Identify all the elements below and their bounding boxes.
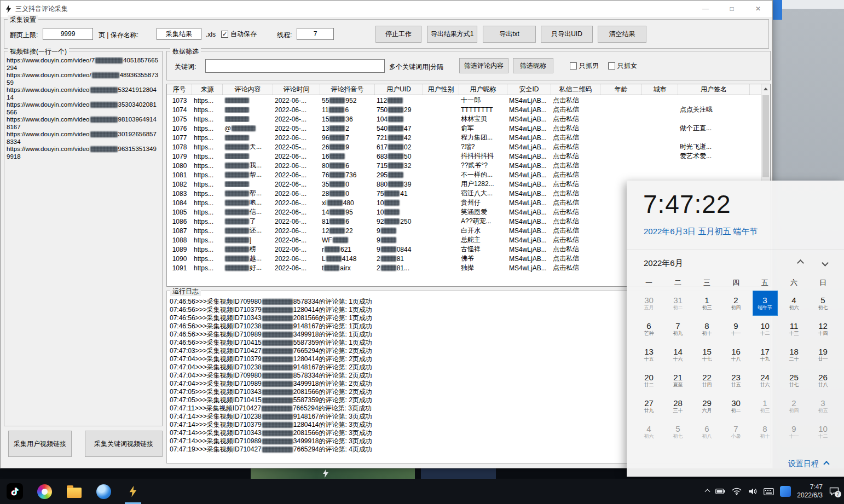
clock-date-line[interactable]: 2022年6月3日 五月初五 端午节 [644,227,758,237]
tray-app-icon[interactable] [780,486,791,497]
calendar-day[interactable]: 2初四 [721,290,750,316]
calendar-day[interactable]: 12十四 [808,316,837,341]
taskbar-icon-browser-360[interactable] [30,479,59,504]
keyword-input[interactable] [205,59,385,73]
calendar-day[interactable]: 9十一 [779,419,808,444]
calendar-day[interactable]: 14十六 [663,341,692,367]
autosave-checkbox[interactable]: ✓ 自动保存 [221,30,257,39]
notification-center-icon[interactable]: 7 [829,486,840,496]
calendar-day[interactable]: 4初六 [779,290,808,316]
calendar-day[interactable]: 8初十 [692,316,721,341]
calendar-day[interactable]: 2初四 [779,393,808,419]
table-row[interactable]: 1081https...帮...2022-06-...76736295不一样的.… [167,170,761,179]
calendar-day[interactable]: 19廿一 [808,341,837,367]
calendar-day[interactable]: 28三十 [663,393,692,419]
column-header-8[interactable]: 安全ID [507,84,551,95]
calendar-day[interactable]: 18二十 [779,341,808,367]
touch-keyboard-icon[interactable] [764,488,774,495]
only-male-checkbox[interactable]: 只抓男 [570,61,599,71]
export-result-button[interactable]: 导出结果方式1 [427,26,477,43]
calendar-day[interactable]: 6初八 [692,419,721,444]
taskbar-icon-file-explorer[interactable] [59,479,89,504]
minimize-button[interactable]: — [692,1,719,17]
taskbar-icon-collector-app[interactable] [118,479,148,504]
filter-content-button[interactable]: 筛选评论内容 [459,58,508,73]
table-row[interactable]: 1080https...我...2022-06-...80671532??贰爷°… [167,161,761,170]
only-female-checkbox[interactable]: 只抓女 [608,61,637,71]
table-row[interactable]: 1079https...2022-06-...1668350抖抖抖抖抖MS4wL… [167,152,761,161]
calendar-day[interactable]: 1初三 [750,393,779,419]
column-header-7[interactable]: 用户昵称 [459,84,507,95]
table-row[interactable]: 1076https...@2022-05-...13254047俞军MS4wLj… [167,124,761,133]
calendar-day[interactable]: 11十三 [779,316,808,341]
calendar-day[interactable]: 8初十 [750,419,779,444]
maximize-button[interactable]: □ [719,1,745,17]
calendar-day[interactable]: 4初六 [634,419,663,444]
taskbar-icon-browser[interactable] [89,479,118,504]
collect-keyword-videos-button[interactable]: 采集关键词视频链接 [85,431,163,457]
calendar-next-icon[interactable] [822,259,829,267]
calendar-day[interactable]: 30五月 [634,290,663,316]
column-header-0[interactable]: 序号 [167,84,192,95]
calendar-day[interactable]: 30初二 [721,393,750,419]
table-row[interactable]: 1078https...天...2022-05-...26961702?瑞?MS… [167,142,761,152]
calendar-day[interactable]: 5初七 [663,419,692,444]
video-links-list[interactable]: https://www.douyin.com/video/74051857665… [7,57,160,424]
close-button[interactable]: ✕ [745,1,771,17]
calendar-day[interactable]: 5初七 [808,290,837,316]
calendar-day[interactable]: 27廿九 [634,393,663,419]
calendar-day[interactable]: 29六月 [692,393,721,419]
calendar-day[interactable]: 9十一 [721,316,750,341]
calendar-day[interactable]: 13十五 [634,341,663,367]
calendar-day[interactable]: 3端午节 [750,290,779,316]
calendar-day[interactable]: 21夏至 [663,367,692,393]
column-header-5[interactable]: 用户UID [375,84,423,95]
table-row[interactable]: 1073https...2022-06-...55952112十一郎MS4wLj… [167,96,761,105]
calendar-day[interactable]: 10十二 [808,419,837,444]
clear-results-button[interactable]: 清空结果 [598,26,646,43]
column-header-9[interactable]: 私信二维码 [551,84,600,95]
calendar-day[interactable]: 22廿四 [692,367,721,393]
calendar-day[interactable]: 24廿六 [750,367,779,393]
column-header-6[interactable]: 用户性别 [423,84,459,95]
set-schedule-link[interactable]: 设置日程 [788,459,829,469]
calendar-day[interactable]: 1初三 [692,290,721,316]
calendar-day[interactable]: 10十二 [750,316,779,341]
battery-icon[interactable] [715,488,726,495]
tray-clock[interactable]: 7:47 2022/6/3 [797,483,823,500]
export-txt-button[interactable]: 导出txt [483,26,536,43]
calendar-day[interactable]: 20廿二 [634,367,663,393]
taskbar-icon-douyin[interactable] [0,479,30,504]
save-name-input[interactable] [157,28,201,40]
wifi-icon[interactable] [732,488,742,495]
hidden-icons-chevron[interactable] [705,489,710,494]
calendar-day[interactable]: 26廿八 [808,367,837,393]
scrollbar-thumb[interactable] [762,95,769,177]
page-limit-input[interactable] [43,28,93,40]
column-header-12[interactable]: 用户签名 [678,84,750,95]
calendar-day[interactable]: 15十七 [692,341,721,367]
calendar-day[interactable]: 3初五 [808,393,837,419]
stop-work-button[interactable]: 停止工作 [375,26,421,43]
calendar-day[interactable]: 25廿七 [779,367,808,393]
calendar-prev-icon[interactable] [797,259,804,267]
table-row[interactable]: 1075https...2022-06-...1536104林林宝贝MS4wLj… [167,114,761,124]
column-header-10[interactable]: 年龄 [600,84,642,95]
volume-icon[interactable] [748,488,758,495]
calendar-day[interactable]: 7初九 [663,316,692,341]
thread-input[interactable] [297,28,334,40]
filter-nickname-button[interactable]: 筛选昵称 [513,58,553,73]
calendar-day[interactable]: 7小暑 [721,419,750,444]
table-row[interactable]: 1074https...2022-06-...11675029TTTTTTTTM… [167,105,761,114]
column-header-4[interactable]: 评论抖音号 [320,84,375,95]
calendar-day[interactable]: 23廿五 [721,367,750,393]
table-row[interactable]: 1077https...2022-06-...96772142程力集团...MS… [167,133,761,142]
column-header-2[interactable]: 评论内容 [223,84,273,95]
calendar-day[interactable]: 16十八 [721,341,750,367]
column-header-3[interactable]: 评论时间 [273,84,320,95]
calendar-day[interactable]: 6芒种 [634,316,663,341]
column-header-11[interactable]: 城市 [642,84,678,95]
collect-user-videos-button[interactable]: 采集用户视频链接 [8,431,72,457]
calendar-day[interactable]: 31初二 [663,290,692,316]
scroll-up-button[interactable] [761,84,770,94]
